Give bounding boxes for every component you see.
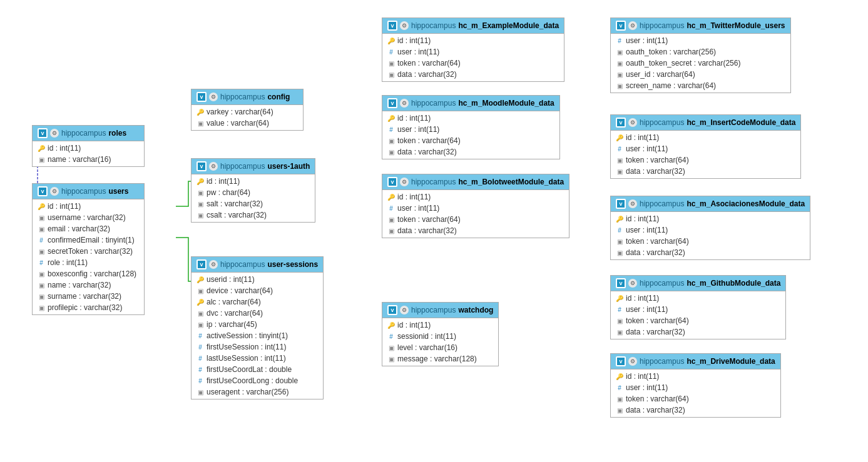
rect-icon: ▣ bbox=[197, 189, 204, 196]
table-body-hc_m_DriveModule_data: 🔑id : int(11)#user : int(11)▣token : var… bbox=[611, 369, 780, 417]
table-name: users bbox=[108, 187, 128, 196]
table-row: #user : int(11) bbox=[611, 35, 790, 46]
field-text: value : varchar(64) bbox=[207, 119, 269, 128]
field-text: user : int(11) bbox=[626, 36, 668, 45]
table-row: #confirmedEmail : tinyint(1) bbox=[33, 234, 144, 246]
rect-icon: ▣ bbox=[616, 59, 623, 67]
table-body-roles: 🔑id : int(11)▣name : varchar(16) bbox=[33, 141, 144, 166]
table-row: ▣token : varchar(64) bbox=[382, 214, 569, 225]
table-row: #user : int(11) bbox=[382, 46, 564, 58]
table-body-watchdog: 🔑id : int(11)#sessionid : int(11)▣level … bbox=[382, 318, 498, 366]
rect-icon: ▣ bbox=[38, 304, 45, 311]
key-icon: 🔑 bbox=[616, 294, 623, 302]
table-row: 🔑id : int(11) bbox=[382, 35, 564, 46]
table-name: hc_m_GithubModule_data bbox=[687, 279, 780, 288]
v-icon: v bbox=[387, 177, 397, 187]
table-row: ▣oauth_token_secret : varchar(256) bbox=[611, 58, 790, 69]
table-name: user-sessions bbox=[267, 260, 318, 269]
gear-icon: ⚙ bbox=[400, 21, 409, 30]
table-roles: v⚙hippocampus roles🔑id : int(11)▣name : … bbox=[32, 125, 145, 167]
table-row: ▣profilepic : varchar(32) bbox=[33, 302, 144, 313]
hash-icon: # bbox=[197, 366, 204, 373]
rect-icon: ▣ bbox=[616, 406, 623, 414]
table-row: 🔑alc : varchar(64) bbox=[191, 296, 323, 308]
key-icon: 🔑 bbox=[38, 203, 45, 210]
field-text: lastUseSession : int(11) bbox=[207, 354, 286, 363]
diagram-container: v⚙hippocampus roles🔑id : int(11)▣name : … bbox=[0, 0, 868, 462]
table-row: ▣name : varchar(16) bbox=[33, 154, 144, 165]
field-text: user : int(11) bbox=[397, 48, 439, 56]
field-text: username : varchar(32) bbox=[48, 213, 126, 222]
table-name: roles bbox=[108, 129, 126, 138]
v-icon: v bbox=[616, 199, 626, 209]
v-icon: v bbox=[387, 21, 397, 31]
v-icon: v bbox=[387, 305, 397, 315]
table-row: ▣data : varchar(32) bbox=[611, 326, 785, 338]
table-row: #user : int(11) bbox=[382, 203, 569, 214]
table-hc_m_MoodleModule_data: v⚙hippocampus hc_m_MoodleModule_data🔑id … bbox=[382, 95, 560, 159]
rect-icon: ▣ bbox=[387, 344, 395, 351]
field-text: activeSession : tinyint(1) bbox=[207, 331, 288, 340]
table-row: #firstUseSession : int(11) bbox=[191, 341, 323, 353]
table-row: ▣token : varchar(64) bbox=[611, 315, 785, 326]
key-icon: 🔑 bbox=[197, 108, 204, 116]
field-text: name : varchar(32) bbox=[48, 281, 111, 289]
rect-icon: ▣ bbox=[616, 48, 623, 56]
table-header-watchdog: v⚙hippocampus watchdog bbox=[382, 303, 498, 318]
table-row: #sessionid : int(11) bbox=[382, 331, 498, 342]
field-text: user : int(11) bbox=[626, 226, 668, 234]
table-row: ▣message : varchar(128) bbox=[382, 353, 498, 364]
field-text: surname : varchar(32) bbox=[48, 292, 121, 301]
rect-icon: ▣ bbox=[38, 248, 45, 255]
field-text: token : varchar(64) bbox=[397, 215, 461, 224]
v-icon: v bbox=[197, 161, 207, 171]
field-text: screen_name : varchar(64) bbox=[626, 81, 716, 90]
table-users_1auth: v⚙hippocampus users-1auth🔑id : int(11)▣p… bbox=[191, 158, 315, 223]
table-hc_m_TwitterModule_users: v⚙hippocampus hc_m_TwitterModule_users#u… bbox=[610, 18, 791, 93]
field-text: confirmedEmail : tinyint(1) bbox=[48, 236, 135, 244]
table-name: hc_m_AsociacionesModule_data bbox=[687, 199, 805, 208]
table-row: ▣ip : varchar(45) bbox=[191, 319, 323, 330]
rect-icon: ▣ bbox=[38, 293, 45, 300]
field-text: dvc : varchar(64) bbox=[207, 309, 263, 318]
rect-icon: ▣ bbox=[616, 395, 623, 403]
field-text: device : varchar(64) bbox=[207, 286, 273, 295]
field-text: secretToken : varchar(32) bbox=[48, 247, 133, 256]
hash-icon: # bbox=[616, 226, 623, 234]
hash-icon: # bbox=[387, 126, 395, 133]
v-icon: v bbox=[38, 186, 48, 196]
schema-name: hippocampus bbox=[411, 306, 456, 314]
table-body-hc_m_BolotweetModule_data: 🔑id : int(11)#user : int(11)▣token : var… bbox=[382, 190, 569, 238]
table-body-hc_m_AsociacionesModule_data: 🔑id : int(11)#user : int(11)▣token : var… bbox=[611, 212, 810, 259]
table-name: hc_m_TwitterModule_users bbox=[687, 21, 785, 30]
field-text: token : varchar(64) bbox=[397, 136, 461, 145]
field-text: token : varchar(64) bbox=[397, 59, 461, 68]
table-name: config bbox=[267, 93, 290, 101]
rect-icon: ▣ bbox=[616, 156, 623, 164]
field-text: id : int(11) bbox=[397, 114, 431, 123]
table-row: #user : int(11) bbox=[611, 304, 785, 315]
table-header-user_sessions: v⚙hippocampus user-sessions bbox=[191, 257, 323, 273]
table-row: ▣username : varchar(32) bbox=[33, 212, 144, 223]
hash-icon: # bbox=[616, 384, 623, 391]
rect-icon: ▣ bbox=[197, 309, 204, 317]
schema-name: hippocampus bbox=[640, 279, 684, 288]
field-text: token : varchar(64) bbox=[626, 237, 689, 246]
table-name: hc_m_DriveModule_data bbox=[687, 357, 775, 366]
schema-name: hippocampus bbox=[640, 199, 684, 208]
gear-icon: ⚙ bbox=[400, 306, 409, 314]
table-row: 🔑id : int(11) bbox=[191, 176, 315, 187]
table-row: ▣token : varchar(64) bbox=[611, 393, 780, 404]
schema-name: hippocampus bbox=[61, 187, 106, 196]
hash-icon: # bbox=[616, 37, 623, 44]
field-text: id : int(11) bbox=[397, 36, 431, 45]
table-row: ▣salt : varchar(32) bbox=[191, 198, 315, 209]
schema-name: hippocampus bbox=[411, 178, 456, 186]
field-text: token : varchar(64) bbox=[626, 394, 689, 403]
table-header-hc_m_InsertCodeModule_data: v⚙hippocampus hc_m_InsertCodeModule_data bbox=[611, 115, 800, 131]
gear-icon: ⚙ bbox=[628, 21, 637, 30]
schema-name: hippocampus bbox=[220, 260, 265, 269]
table-hc_m_GithubModule_data: v⚙hippocampus hc_m_GithubModule_data🔑id … bbox=[610, 275, 786, 339]
field-text: ip : varchar(45) bbox=[207, 320, 257, 329]
gear-icon: ⚙ bbox=[209, 162, 218, 171]
